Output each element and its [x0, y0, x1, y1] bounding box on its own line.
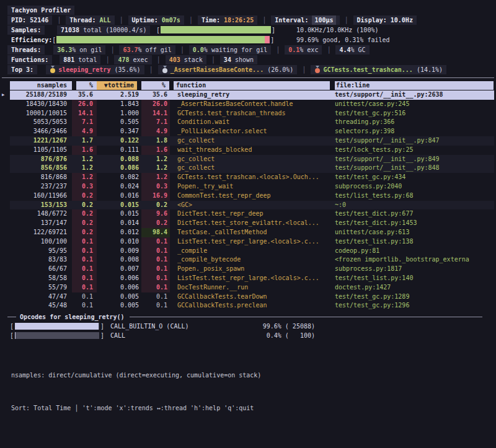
table-row[interactable]: 5053/5053 7.1 0.505 7.1 Condition.wait t…: [0, 118, 496, 127]
display-chip: Display: 10.0Hz: [353, 15, 417, 25]
threads-gc: 4.4% GC: [335, 45, 369, 55]
cell-direct-pct: 0.3: [72, 182, 97, 191]
cell-direct-pct: 0.1: [72, 265, 97, 274]
cell-tottime: 0.016: [97, 191, 141, 201]
table-row[interactable]: 153/153 0.2 0.015 0.2 <GC> ~:0: [0, 201, 496, 210]
threads-label: Threads:: [7, 45, 45, 55]
cell-tottime: 1.000: [97, 109, 141, 118]
cell-direct-pct: 26.0: [72, 100, 97, 109]
cell-cumulative-pct: 1.8: [141, 136, 170, 146]
samples-progress-bar: [161, 26, 271, 33]
header-file-line[interactable]: file:line: [335, 81, 494, 90]
cell-function: DictTest.test_repr_deep: [170, 209, 330, 219]
header-direct-pct[interactable]: %: [76, 81, 97, 90]
table-row[interactable]: 1105/1105 1.6 0.111 1.6 wait_threads_blo…: [0, 146, 496, 155]
table-row[interactable]: 18430/18430 26.0 1.843 26.0 _AssertRaise…: [0, 100, 496, 109]
cell-function: Popen._posix_spawn: [170, 265, 330, 274]
cell-tottime: 1.843: [97, 100, 141, 109]
functions-stack: 403 stack: [166, 55, 206, 64]
table-row[interactable]: 83/83 0.1 0.008 0.1 _compile_bytecode <f…: [0, 255, 496, 265]
cell-nsamples: 100/100: [10, 237, 72, 247]
cell-cumulative-pct: 0.1: [141, 247, 170, 256]
table-row[interactable]: 137/147 0.2 0.014 0.2 DictTest.test_stor…: [0, 219, 496, 228]
cell-nsamples: 1221/1267: [10, 136, 72, 146]
cell-function: Popen._try_wait: [170, 182, 330, 191]
cell-nsamples: 160/11966: [10, 191, 72, 201]
header-cumulative-pct[interactable]: %: [141, 81, 169, 90]
cell-file-line: test/support/__init__.py:847: [330, 136, 494, 146]
table-row[interactable]: 122/69721 0.2 0.012 98.4 TestCase._callT…: [0, 228, 496, 237]
cell-nsamples: 3466/3466: [10, 127, 72, 136]
opcodes-title: Opcodes for sleeping_retry(): [20, 314, 125, 320]
cell-direct-pct: 1.2: [72, 164, 97, 173]
table-row[interactable]: 47/47 0.1 0.005 0.1 GCCallbackTests.tear…: [0, 292, 496, 302]
separator: │: [340, 15, 353, 25]
top3-line: Top 3: sleeping_retry (35.6%) │ _AssertR…: [0, 64, 496, 74]
cell-file-line: unittest/case.py:245: [330, 100, 494, 109]
cell-cumulative-pct: 98.4: [141, 228, 170, 237]
table-row[interactable]: 816/868 1.2 0.082 1.2 GCTests.test_trash…: [0, 173, 496, 182]
cell-direct-pct: 0.2: [72, 201, 97, 210]
table-row[interactable]: 58/58 0.1 0.006 0.1 ListTest.test_repr_l…: [0, 274, 496, 283]
table-row[interactable]: 3466/3466 4.9 0.347 4.9 _PollLikeSelecto…: [0, 127, 496, 136]
cell-direct-pct: 1.2: [72, 155, 97, 164]
title-line: Tachyon Profiler: [0, 5, 496, 15]
cell-file-line: selectors.py:398: [330, 127, 494, 136]
opcode-row: [ ] CALL 0.4% ( 100): [0, 331, 315, 340]
cell-direct-pct: 0.1: [72, 274, 97, 283]
opcode-bar: [15, 323, 99, 330]
cell-cumulative-pct: 26.0: [141, 100, 170, 109]
cell-function: _compile_bytecode: [170, 255, 330, 265]
cell-function: GCCallbackTests.preclean: [170, 301, 330, 310]
cell-function: _PollLikeSelector.select: [170, 127, 330, 136]
cell-tottime: 0.006: [97, 283, 141, 292]
cell-cumulative-pct: 0.1: [141, 265, 170, 274]
cell-direct-pct: 0.2: [72, 191, 97, 201]
separator: │: [52, 15, 66, 25]
cell-nsamples: 95/95: [10, 247, 72, 256]
cell-tottime: 0.024: [97, 182, 141, 191]
threads-on-gil: 36.3% on gil: [53, 45, 105, 55]
cell-direct-pct: 0.1: [72, 292, 97, 302]
header-function[interactable]: function: [174, 81, 330, 90]
table-row[interactable]: 95/95 0.1 0.009 0.1 _compile codeop.py:8…: [0, 247, 496, 256]
cell-direct-pct: 7.1: [72, 118, 97, 127]
table-row[interactable]: 237/237 0.3 0.024 0.3 Popen._try_wait su…: [0, 182, 496, 191]
page-title: Tachyon Profiler: [7, 6, 74, 15]
cell-file-line: threading.py:366: [330, 118, 494, 127]
cell-function: GCCallbackTests.tearDown: [170, 292, 330, 302]
table-row[interactable]: 55/79 0.1 0.006 0.1 DocTestRunner.__run …: [0, 283, 496, 292]
cell-direct-pct: 0.1: [72, 283, 97, 292]
cell-file-line: test/test_gc.py:434: [330, 173, 494, 182]
cell-cumulative-pct: 35.6: [141, 90, 170, 100]
cell-direct-pct: 14.1: [72, 109, 97, 118]
function-table: 25188/25189 35.6 2.519 35.6 sleeping_ret…: [0, 90, 496, 310]
opcode-row: [ ] CALL_BUILTIN_O (CALL) 99.6% ( 25088): [0, 322, 315, 331]
table-row[interactable]: 10001/10015 14.1 1.000 14.1 GCTests.test…: [0, 109, 496, 118]
cell-cumulative-pct: 16.9: [141, 191, 170, 201]
functions-shown: 34 shown: [220, 55, 257, 64]
table-row[interactable]: 100/100 0.1 0.010 0.1 ListTest.test_repr…: [0, 237, 496, 247]
table-row[interactable]: 45/48 0.1 0.005 0.1 GCCallbackTests.prec…: [0, 301, 496, 310]
table-row[interactable]: 876/876 1.2 0.088 1.2 gc_collect test/su…: [0, 155, 496, 164]
table-row[interactable]: 148/6772 0.2 0.015 9.6 DictTest.test_rep…: [0, 209, 496, 219]
header-tottime-sorted[interactable]: ▼tottime: [97, 81, 137, 90]
cell-direct-pct: 35.6: [72, 90, 97, 100]
cell-direct-pct: 0.2: [72, 209, 97, 219]
table-row[interactable]: 160/11966 0.2 0.016 16.9 CommonTest.test…: [0, 191, 496, 201]
table-row[interactable]: 25188/25189 35.6 2.519 35.6 sleeping_ret…: [0, 90, 496, 100]
cell-function: GCTests.test_trashcan.<locals>.Ouch...: [170, 173, 330, 182]
table-row[interactable]: 856/856 1.2 0.086 1.2 gc_collect test/su…: [0, 164, 496, 173]
thread-chip[interactable]: Thread: ALL: [66, 15, 114, 25]
table-row[interactable]: 66/67 0.1 0.007 0.1 Popen._posix_spawn s…: [0, 265, 496, 274]
table-row[interactable]: 1221/1267 1.7 0.122 1.8 gc_collect test/…: [0, 136, 496, 146]
functions-total: 881 total: [60, 55, 100, 64]
cell-cumulative-pct: 1.2: [141, 164, 170, 173]
footer: nsamples: direct/cumulative (direct=exec…: [0, 348, 496, 435]
header-nsamples[interactable]: nsamples: [10, 81, 72, 90]
samples-total: 71038 total (10000.4/s): [57, 25, 150, 35]
cell-tottime: 0.122: [97, 136, 141, 146]
cell-nsamples: 10001/10015: [10, 109, 72, 118]
cell-nsamples: 5053/5053: [10, 118, 72, 127]
cell-function: <GC>: [170, 201, 330, 210]
